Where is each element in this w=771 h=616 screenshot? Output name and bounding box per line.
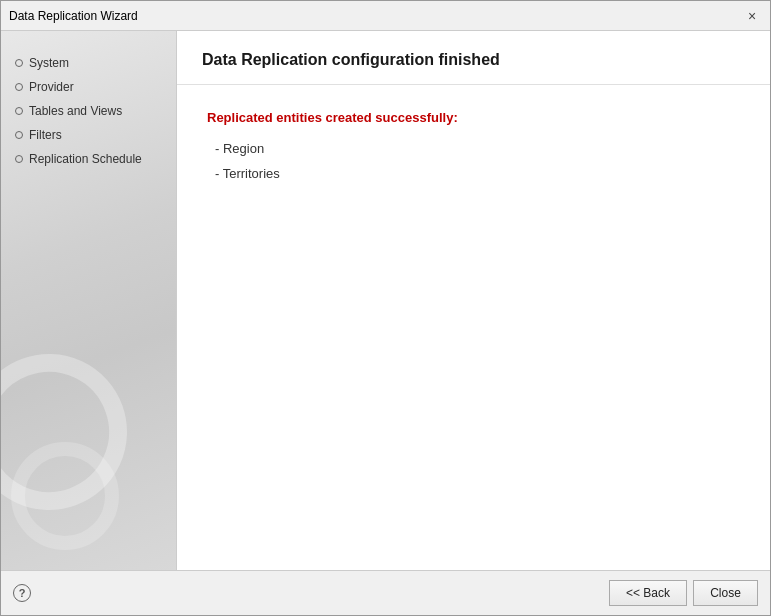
entities-list: - Region - Territories bbox=[215, 137, 740, 186]
sidebar-item-filters[interactable]: Filters bbox=[1, 123, 176, 147]
bullet-icon bbox=[15, 83, 23, 91]
sidebar: System Provider Tables and Views Filters… bbox=[1, 31, 176, 570]
sidebar-item-system[interactable]: System bbox=[1, 51, 176, 75]
main-title: Data Replication configuration finished bbox=[202, 51, 500, 68]
list-item: - Territories bbox=[215, 162, 740, 185]
bullet-icon bbox=[15, 107, 23, 115]
bullet-icon bbox=[15, 131, 23, 139]
bullet-icon bbox=[15, 155, 23, 163]
sidebar-item-label: Provider bbox=[29, 80, 74, 94]
footer-left: ? bbox=[13, 584, 31, 602]
help-icon[interactable]: ? bbox=[13, 584, 31, 602]
close-button[interactable]: Close bbox=[693, 580, 758, 606]
sidebar-item-label: Replication Schedule bbox=[29, 152, 142, 166]
main-content: Data Replication configuration finished … bbox=[176, 31, 770, 570]
bullet-icon bbox=[15, 59, 23, 67]
success-label: Replicated entities created successfully… bbox=[207, 110, 740, 125]
sidebar-item-label: Filters bbox=[29, 128, 62, 142]
back-button[interactable]: << Back bbox=[609, 580, 687, 606]
list-item: - Region bbox=[215, 137, 740, 160]
title-bar: Data Replication Wizard × bbox=[1, 1, 770, 31]
dialog-title: Data Replication Wizard bbox=[9, 9, 138, 23]
sidebar-item-label: Tables and Views bbox=[29, 104, 122, 118]
footer-buttons: << Back Close bbox=[609, 580, 758, 606]
sidebar-item-label: System bbox=[29, 56, 69, 70]
close-icon[interactable]: × bbox=[742, 6, 762, 26]
main-header: Data Replication configuration finished bbox=[177, 31, 770, 85]
sidebar-item-tables-and-views[interactable]: Tables and Views bbox=[1, 99, 176, 123]
sidebar-item-replication-schedule[interactable]: Replication Schedule bbox=[1, 147, 176, 171]
main-body: Replicated entities created successfully… bbox=[177, 85, 770, 570]
dialog-body: System Provider Tables and Views Filters… bbox=[1, 31, 770, 570]
dialog-footer: ? << Back Close bbox=[1, 570, 770, 615]
dialog-wrapper: Data Replication Wizard × System Provide… bbox=[0, 0, 771, 616]
sidebar-item-provider[interactable]: Provider bbox=[1, 75, 176, 99]
